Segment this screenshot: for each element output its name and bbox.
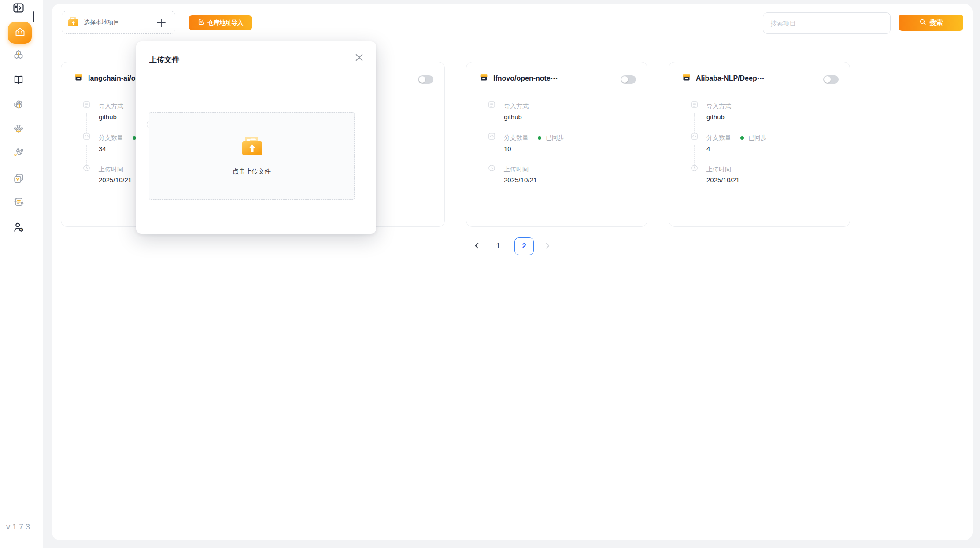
pagination-page-1[interactable]: 1 (491, 237, 506, 255)
project-card[interactable]: lfnovo/open-note⋯ 导入方式github分支数量10已同步上传时… (466, 62, 647, 227)
project-card-title: langchain-ai/op (88, 74, 140, 82)
notebook-list-icon (12, 196, 25, 210)
sync-status-dot (133, 136, 136, 140)
sidebar-item-toggle[interactable] (12, 3, 25, 15)
upload-hint-text: 点击上传文件 (149, 167, 354, 176)
timeline-connector (86, 113, 87, 133)
bee-flying-icon (12, 147, 25, 161)
field-label: 导入方式 (504, 103, 529, 111)
folder-upload-icon (67, 16, 79, 29)
repo-url-import-label: 仓库地址导入 (208, 19, 244, 27)
sync-status-dot (538, 136, 541, 140)
sidebar-item-bee-front[interactable] (12, 124, 25, 136)
toggle-knob (621, 76, 628, 83)
pagination-page-2[interactable]: 2 (514, 237, 534, 255)
project-toggle[interactable] (621, 75, 636, 84)
sidebar-item-hive[interactable] (12, 50, 25, 62)
field-value: 2025/10/21 (504, 176, 537, 184)
sync-status-dot (740, 136, 744, 140)
sidebar-item-bee-side[interactable] (12, 100, 25, 112)
field-value: github (99, 113, 117, 121)
archive-box-icon (74, 73, 83, 84)
bee-side-icon (12, 99, 25, 113)
project-toggle[interactable] (823, 75, 839, 84)
app-version: v 1.7.3 (6, 522, 30, 532)
modal-title: 上传文件 (149, 55, 179, 65)
field-label: 上传时间 (99, 166, 123, 174)
field-label: 分支数量 (99, 134, 123, 142)
bee-front-icon (12, 123, 25, 137)
timeline-connector (492, 113, 492, 133)
code-icon (83, 133, 90, 140)
field-label: 上传时间 (706, 166, 731, 174)
sidebar-item-docs[interactable] (12, 74, 25, 87)
field-value: 2025/10/21 (706, 176, 740, 184)
field-value: 34 (99, 145, 106, 152)
chevron-right-icon (544, 242, 551, 251)
upload-file-modal: 上传文件 文件夹ZIP压缩包 点击上传文件 (136, 41, 376, 234)
sidebar-item-notes[interactable] (12, 196, 25, 209)
project-toggle[interactable] (418, 75, 433, 84)
field-value: 4 (706, 145, 710, 152)
sidebar-divider (33, 11, 34, 22)
repo-import-icon (198, 19, 205, 27)
field-label: 导入方式 (99, 103, 123, 111)
pagination-next-button[interactable] (543, 237, 552, 255)
field-label: 导入方式 (706, 103, 731, 111)
select-local-project-button[interactable]: 选择本地项目 (62, 11, 175, 34)
pagination: 12 (52, 237, 973, 255)
close-icon (355, 53, 364, 63)
search-button[interactable]: 搜索 (899, 15, 963, 31)
field-value: 2025/10/21 (99, 176, 132, 184)
chevron-left-icon (473, 242, 481, 251)
cards-v-icon (12, 172, 25, 186)
sidebar-item-account[interactable] (12, 222, 25, 234)
pagination-prev-button[interactable] (472, 237, 482, 255)
user-gear-icon (12, 221, 25, 235)
timeline-connector (694, 145, 695, 166)
search-icon (919, 19, 926, 27)
sidebar-item-bee-flying[interactable] (12, 148, 25, 160)
sidebar-item-home[interactable] (8, 22, 32, 44)
field-label: 上传时间 (504, 166, 529, 174)
select-local-project-label: 选择本地项目 (84, 19, 119, 26)
field-label: 分支数量 (504, 134, 529, 142)
archive-box-icon (682, 73, 691, 84)
upload-folder-icon (240, 136, 264, 159)
project-card-title: lfnovo/open-note⋯ (493, 74, 558, 82)
clock-icon (488, 164, 496, 172)
plus-icon (155, 17, 167, 30)
sync-status-text: 已同步 (748, 134, 767, 142)
document-icon (83, 101, 90, 108)
timeline-connector (492, 145, 492, 166)
toggle-knob (824, 76, 831, 83)
document-icon (691, 101, 698, 108)
toggle-knob (419, 76, 425, 83)
modal-close-button[interactable] (353, 52, 365, 64)
field-value: github (504, 113, 522, 121)
search-button-label: 搜索 (930, 19, 943, 27)
field-label: 分支数量 (706, 134, 731, 142)
field-value: 10 (504, 145, 511, 152)
project-card-header: lfnovo/open-note⋯ (479, 73, 558, 84)
clock-icon (83, 164, 90, 172)
code-icon (691, 133, 698, 140)
sync-status-text: 已同步 (546, 134, 564, 142)
upload-dropzone[interactable]: 点击上传文件 (149, 112, 355, 200)
project-card-title: Alibaba-NLP/Deep⋯ (696, 74, 764, 82)
sidebar-item-versions[interactable] (12, 173, 25, 185)
code-icon (488, 133, 496, 140)
field-value: github (706, 113, 725, 121)
sidebar: v 1.7.3 (0, 0, 43, 548)
hive-hexagons-icon (12, 49, 25, 63)
project-card[interactable]: Alibaba-NLP/Deep⋯ 导入方式github分支数量4已同步上传时间… (669, 62, 850, 227)
clock-icon (691, 164, 698, 172)
book-icon (12, 74, 25, 88)
timeline-connector (86, 145, 87, 166)
archive-box-icon (479, 73, 488, 84)
home-code-icon (14, 26, 26, 40)
search-input[interactable] (763, 12, 891, 34)
repo-url-import-button[interactable]: 仓库地址导入 (189, 15, 252, 30)
panel-toggle-icon (12, 2, 25, 16)
project-card-header: langchain-ai/op (74, 73, 140, 84)
